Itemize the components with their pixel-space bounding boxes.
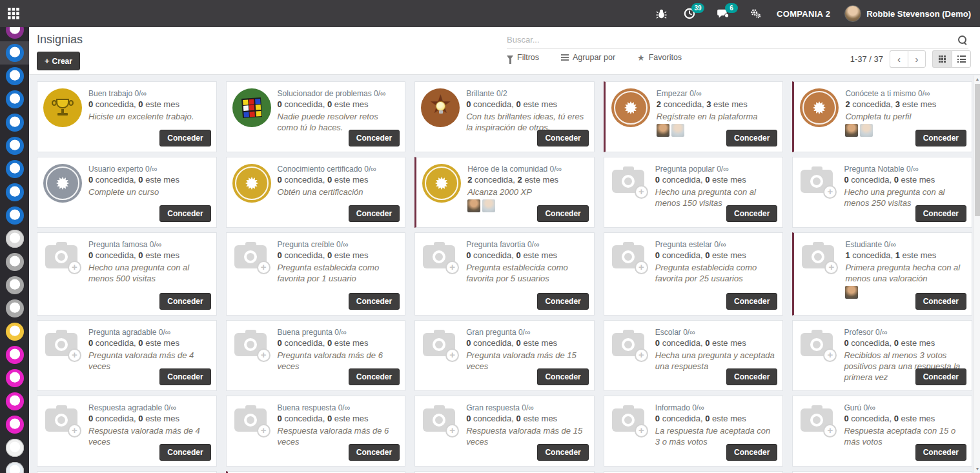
grant-button[interactable]: Conceder [537,293,588,310]
sidebar-app-icon[interactable] [0,274,29,297]
settings-gears-icon[interactable] [748,7,762,20]
scroll-down-icon[interactable]: ▼ [974,465,980,473]
sidebar-app-icon[interactable] [0,204,29,227]
grant-button[interactable]: Conceder [537,130,588,146]
badge-card[interactable]: Conocimiento certificado 0/∞0 concedida,… [226,157,406,228]
scroll-up-icon[interactable]: ▲ [974,75,980,83]
grant-button[interactable]: Conceder [915,130,966,146]
user-menu[interactable]: Robbie Stevenson (Demo) [844,5,971,22]
badge-card[interactable]: +Pregunta famosa 0/∞0 concedida, 0 este … [37,232,217,316]
sidebar-app-icon[interactable] [0,65,29,88]
badge-card[interactable]: +Pregunta favortia 0/∞0 concedida, 0 est… [414,232,595,316]
grant-button[interactable]: Conceder [915,293,966,310]
company-switcher[interactable]: COMPANIA 2 [777,9,830,19]
apps-menu-icon[interactable] [0,0,27,27]
messages-icon[interactable]: 6 [716,7,730,20]
grant-button[interactable]: Conceder [349,293,400,310]
groupby-menu[interactable]: Agrupar por [561,53,615,62]
badge-card[interactable]: +Gran respuesta 0/∞0 concedida, 0 este m… [414,396,595,467]
badge-card[interactable]: +Pregunta Notable 0/∞0 concedida, 0 este… [792,157,972,228]
grant-button[interactable]: Conceder [349,368,400,385]
badge-card[interactable]: +Profesor 0/∞0 concedida, 0 este mesReci… [792,320,972,391]
badge-card[interactable]: Buen trabajo 0/∞0 concedida, 0 este mesH… [37,81,217,152]
sidebar-app-icon[interactable] [0,134,29,157]
grant-button[interactable]: Conceder [726,205,777,222]
badge-card[interactable]: Conócete a ti mismo 0/∞2 concedida, 3 es… [792,81,972,152]
grant-button[interactable]: Conceder [726,130,777,146]
grant-button[interactable]: Conceder [726,368,777,385]
badge-card[interactable]: Usuario experto 0/∞0 concedida, 0 este m… [37,157,217,228]
grant-button[interactable]: Conceder [915,205,966,222]
favorites-menu[interactable]: ★ Favoritos [637,53,682,62]
badge-card[interactable]: Solucionador de problemas 0/∞0 concedida… [226,81,406,152]
sidebar-app-icon[interactable] [0,413,29,436]
grant-button[interactable]: Conceder [537,205,588,222]
avatar[interactable] [860,124,873,137]
sidebar-app-icon[interactable] [0,181,29,204]
search-icon[interactable] [958,35,967,45]
badge-card[interactable]: +Pregunta creíble 0/∞0 concedida, 0 este… [226,232,406,316]
sidebar-app-icon[interactable] [0,459,29,473]
badge-card[interactable]: ★Brillante 0/20 concedida, 0 este mesCon… [414,81,595,152]
badge-description: Hecho una pregunta con al menos 500 visi… [88,262,210,284]
badge-card[interactable]: +Pregunta popular 0/∞0 concedida, 0 este… [604,157,784,228]
scrollbar-thumb[interactable] [975,84,980,216]
sidebar-app-icon[interactable] [0,390,29,413]
sidebar-app-icon[interactable] [0,227,29,250]
badge-card[interactable]: +Gran pregunta 0/∞0 concedida, 0 este me… [414,320,595,391]
grant-button[interactable]: Conceder [349,130,400,146]
grant-button[interactable]: Conceder [349,205,400,222]
avatar[interactable] [482,199,495,212]
grant-button[interactable]: Conceder [537,444,588,461]
grant-button[interactable]: Conceder [159,205,210,222]
badge-image: + [609,326,649,385]
avatar[interactable] [845,286,858,299]
sidebar-app-icon[interactable] [0,250,29,274]
badge-card[interactable]: +Respuesta agradable 0/∞0 concedida, 0 e… [37,396,217,467]
sidebar-app-icon[interactable] [0,297,29,320]
filters-menu[interactable]: Filtros [507,53,539,62]
sidebar-app-icon[interactable] [0,343,29,367]
grant-button[interactable]: Conceder [159,130,210,146]
grant-button[interactable]: Conceder [537,368,588,385]
avatar[interactable] [671,124,684,137]
sidebar-app-icon[interactable] [0,27,29,41]
sidebar-app-icon[interactable] [0,111,29,134]
vertical-scrollbar[interactable]: ▲ ▼ [974,75,980,473]
debug-bug-icon[interactable] [654,7,668,20]
grant-button[interactable]: Conceder [349,444,400,461]
pager-next-button[interactable]: › [908,50,926,68]
pager-previous-button[interactable]: ‹ [890,50,908,68]
badge-card[interactable]: +Escolar 0/∞0 concedida, 0 este mesHecha… [604,320,784,391]
badge-card[interactable]: +Gurú 0/∞0 concedida, 0 este mesRespuest… [792,396,972,467]
grant-button[interactable]: Conceder [915,368,966,385]
sidebar-app-icon[interactable] [0,367,29,390]
kanban-view-button[interactable] [932,50,952,68]
activities-icon[interactable]: 39 [682,7,697,20]
sidebar-app-icon[interactable] [0,320,29,343]
badge-card[interactable]: +Estudiante 0/∞1 concedida, 1 este mesPr… [792,232,972,316]
avatar[interactable] [467,199,480,212]
avatar[interactable] [657,124,669,137]
grant-button[interactable]: Conceder [159,293,210,310]
grant-button[interactable]: Conceder [915,444,966,461]
grant-button[interactable]: Conceder [159,444,210,461]
grant-button[interactable]: Conceder [726,293,777,310]
badge-card[interactable]: +Pregunta agradable 0/∞0 concedida, 0 es… [37,320,217,391]
list-view-button[interactable] [952,50,971,68]
sidebar-app-icon[interactable] [0,157,29,181]
badge-card[interactable]: +Informado 0/∞0 concedida, 0 este mesLa … [604,396,784,467]
grant-button[interactable]: Conceder [159,368,210,385]
grant-button[interactable]: Conceder [726,444,777,461]
avatar[interactable] [845,124,858,137]
search-input[interactable] [507,35,958,45]
badge-card[interactable]: +Buena pregunta 0/∞0 concedida, 0 este m… [226,320,406,391]
sidebar-app-icon[interactable] [0,41,29,65]
badge-card[interactable]: Empezar 0/∞2 concedida, 3 este mesRegíst… [604,81,784,152]
badge-card[interactable]: +Pregunta estelar 0/∞0 concedida, 0 este… [604,232,784,316]
sidebar-app-icon[interactable] [0,436,29,459]
sidebar-app-icon[interactable] [0,88,29,111]
badge-card[interactable]: +Buena respuesta 0/∞0 concedida, 0 este … [226,396,406,467]
create-button[interactable]: + Crear [37,52,80,70]
badge-card[interactable]: Héroe de la comunidad 0/∞2 concedida, 2 … [414,157,595,228]
